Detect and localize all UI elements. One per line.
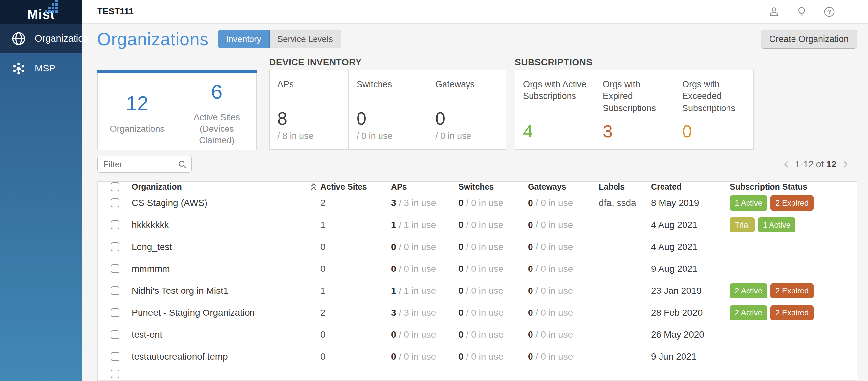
- org-name: Nidhi's Test org in Mist1: [132, 286, 320, 296]
- col-labels[interactable]: Labels: [599, 182, 651, 192]
- device-card-label: Gateways: [435, 78, 498, 90]
- globe-icon: [11, 31, 26, 46]
- subscription-status-value: 2 Active2 Expired: [730, 305, 857, 320]
- table-row[interactable]: hkkkkkkk 1 1/ 1 in use 0/ 0 in use 0/ 0 …: [97, 214, 857, 236]
- switches-value: 0/ 0 in use: [458, 264, 528, 274]
- switches-value: 0/ 0 in use: [458, 198, 528, 208]
- subscription-card: Orgs with Exceeded Subscriptions 0: [674, 70, 753, 149]
- subscription-badge: 2 Active: [730, 283, 767, 299]
- created-value: 28 Feb 2020: [651, 308, 730, 318]
- labels-value: dfa, ssda: [599, 198, 651, 208]
- row-checkbox[interactable]: [111, 264, 120, 273]
- subscription-status-value: Trial1 Active: [730, 217, 857, 233]
- gateways-value: 0/ 0 in use: [528, 242, 599, 252]
- subscription-card: Orgs with Active Subscriptions 4: [515, 70, 594, 149]
- table-row[interactable]: Long_test 0 0/ 0 in use 0/ 0 in use 0/ 0…: [97, 236, 857, 258]
- col-created[interactable]: Created: [651, 182, 730, 192]
- aps-value: 0/ 0 in use: [391, 330, 458, 340]
- subscriptions-title: SUBSCRIPTIONS: [515, 57, 754, 70]
- device-inventory-title: DEVICE INVENTORY: [269, 57, 506, 70]
- tab-inventory[interactable]: Inventory: [218, 30, 270, 48]
- active-sites-value: 0: [320, 330, 391, 340]
- filter-box: [97, 156, 192, 173]
- col-switches[interactable]: Switches: [458, 182, 528, 192]
- org-stats-group: 12 Organizations 6 Active Sites (Devices…: [97, 57, 257, 150]
- col-active-sites[interactable]: Active Sites: [320, 182, 391, 192]
- subscription-badge: 2 Expired: [771, 283, 813, 299]
- active-sites-value: 2: [320, 198, 391, 208]
- tab-service-levels[interactable]: Service Levels: [270, 30, 341, 48]
- help-icon[interactable]: ?: [823, 6, 835, 18]
- table-row[interactable]: CS Staging (AWS) 2 3/ 3 in use 0/ 0 in u…: [97, 192, 857, 214]
- lightbulb-icon[interactable]: [796, 6, 808, 18]
- table-row[interactable]: Puneet - Staging Organization 2 3/ 3 in …: [97, 302, 857, 324]
- create-organization-button[interactable]: Create Organization: [761, 30, 857, 48]
- sidebar-item-msp[interactable]: MSP: [0, 54, 82, 83]
- row-checkbox[interactable]: [111, 330, 120, 339]
- stat-label: Organizations: [110, 123, 164, 135]
- subscription-card-label: Orgs with Exceeded Subscriptions: [682, 78, 746, 114]
- device-card: Switches 0 / 0 in use: [348, 70, 427, 149]
- table-header: Organization Active Sites APs Switches G…: [97, 182, 857, 192]
- col-gateways[interactable]: Gateways: [528, 182, 599, 192]
- col-subscription-status[interactable]: Subscription Status: [730, 182, 857, 192]
- select-all-checkbox[interactable]: [111, 182, 120, 191]
- org-stats-label: [97, 57, 257, 70]
- device-card-label: APs: [277, 78, 340, 90]
- prev-page-icon[interactable]: [782, 160, 790, 169]
- msp-network-icon: [11, 61, 26, 76]
- row-checkbox[interactable]: [111, 286, 120, 295]
- subscription-badge: 1 Active: [730, 196, 767, 210]
- table-row[interactable]: Nidhi's Test org in Mist1 1 1/ 1 in use …: [97, 280, 857, 302]
- sidebar-item-organization[interactable]: Organization: [0, 24, 82, 54]
- pagination: 1-12 of 12: [782, 159, 849, 170]
- aps-value: 1/ 1 in use: [391, 220, 458, 230]
- device-card-sub: / 0 in use: [435, 131, 498, 141]
- table-row[interactable]: mmmmm 0 0/ 0 in use 0/ 0 in use 0/ 0 in …: [97, 258, 857, 280]
- mist-logo[interactable]: Mist: [0, 0, 82, 24]
- subscription-badge: 1 Active: [758, 217, 796, 233]
- table-row-partial[interactable]: [97, 368, 857, 381]
- table-body: CS Staging (AWS) 2 3/ 3 in use 0/ 0 in u…: [97, 192, 857, 368]
- organizations-table: Organization Active Sites APs Switches G…: [97, 181, 857, 381]
- device-card-value: 0: [356, 108, 419, 129]
- page-title: Organizations: [97, 29, 209, 49]
- gateways-value: 0/ 0 in use: [528, 286, 599, 296]
- row-checkbox[interactable]: [111, 308, 120, 317]
- stat-label: Active Sites (Devices Claimed): [184, 112, 250, 146]
- device-inventory-group: DEVICE INVENTORY APs 8 / 8 in use Switch…: [269, 57, 506, 149]
- stats-accent-bar: [97, 70, 257, 73]
- col-aps[interactable]: APs: [391, 182, 458, 192]
- col-organization[interactable]: Organization: [132, 182, 320, 192]
- device-card-value: 0: [435, 108, 498, 129]
- active-sites-value: 0: [320, 264, 391, 274]
- table-row[interactable]: testautocreationof temp 0 0/ 0 in use 0/…: [97, 346, 857, 368]
- subscriptions-cards: Orgs with Active Subscriptions 4 Orgs wi…: [515, 70, 754, 149]
- view-tabs: Inventory Service Levels: [218, 30, 341, 48]
- subscription-card-value: 4: [523, 121, 587, 141]
- subscription-card: Orgs with Expired Subscriptions 3: [594, 70, 674, 149]
- aps-value: 1/ 1 in use: [391, 286, 458, 296]
- switches-value: 0/ 0 in use: [458, 308, 528, 318]
- row-checkbox[interactable]: [111, 242, 120, 251]
- user-icon[interactable]: [768, 6, 780, 18]
- table-row[interactable]: test-ent 0 0/ 0 in use 0/ 0 in use 0/ 0 …: [97, 324, 857, 346]
- subscription-card-value: 3: [603, 121, 666, 141]
- next-page-icon[interactable]: [841, 160, 849, 169]
- org-name: test-ent: [132, 330, 320, 340]
- row-checkbox[interactable]: [111, 220, 120, 229]
- row-checkbox[interactable]: [111, 370, 120, 378]
- mist-logo-dots: [45, 0, 58, 13]
- row-checkbox[interactable]: [111, 198, 120, 207]
- org-name: hkkkkkkk: [132, 220, 320, 230]
- topbar: TEST111 ?: [82, 0, 868, 24]
- row-checkbox[interactable]: [111, 352, 120, 361]
- gateways-value: 0/ 0 in use: [528, 198, 599, 208]
- switches-value: 0/ 0 in use: [458, 330, 528, 340]
- pagination-total: 12: [826, 159, 836, 169]
- switches-value: 0/ 0 in use: [458, 220, 528, 230]
- subscription-badge: 2 Expired: [771, 196, 813, 210]
- subscription-card-value: 0: [682, 121, 746, 141]
- subscriptions-group: SUBSCRIPTIONS Orgs with Active Subscript…: [515, 57, 754, 149]
- pagination-range: 1-12 of: [795, 159, 824, 169]
